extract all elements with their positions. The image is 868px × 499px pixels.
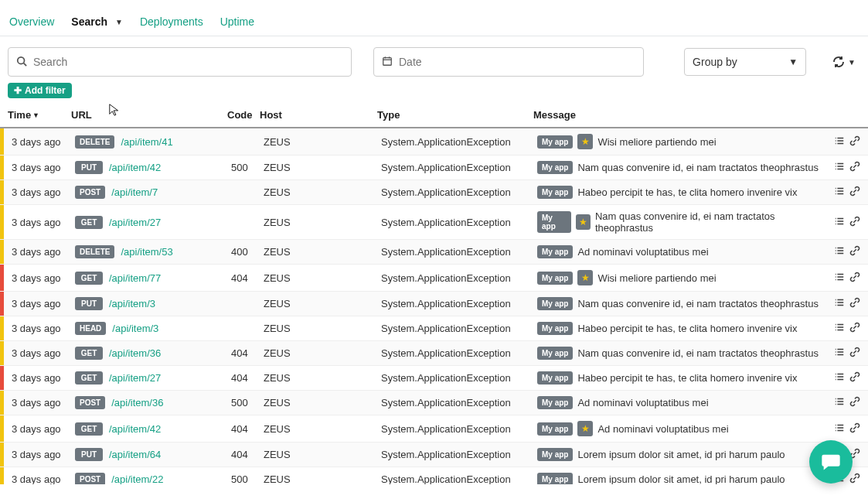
column-header-message[interactable]: Message	[533, 109, 820, 121]
app-tag[interactable]: My app	[537, 186, 573, 199]
row-actions	[822, 422, 868, 436]
url-path-link[interactable]: /api/item/7	[111, 186, 158, 198]
chat-launcher-button[interactable]	[809, 440, 853, 484]
link-icon[interactable]	[849, 161, 860, 174]
url-path-link[interactable]: /api/item/27	[109, 372, 161, 384]
details-icon[interactable]	[834, 371, 845, 385]
link-icon[interactable]	[849, 473, 860, 484]
star-icon[interactable]: ★	[576, 214, 591, 230]
details-icon[interactable]	[834, 396, 845, 409]
app-tag[interactable]: My app	[537, 245, 573, 258]
cell-url: GET/api/item/42	[75, 422, 230, 436]
link-icon[interactable]	[849, 322, 860, 335]
column-header-time[interactable]: Time ▼	[8, 109, 70, 121]
app-tag[interactable]: My app	[537, 473, 573, 484]
column-header-host[interactable]: Host	[260, 109, 376, 121]
cell-type: System.ApplicationException	[381, 423, 536, 435]
date-input[interactable]	[374, 48, 643, 76]
add-filter-button[interactable]: ✚ Add filter	[8, 83, 72, 98]
app-tag[interactable]: My app	[537, 161, 573, 174]
cell-url: PUT/api/item/64	[75, 448, 230, 461]
details-icon[interactable]	[834, 135, 845, 149]
sort-desc-icon: ▼	[32, 111, 39, 119]
details-icon[interactable]	[834, 422, 845, 436]
link-icon[interactable]	[849, 245, 860, 258]
row-actions	[822, 186, 868, 199]
date-field-wrap[interactable]	[373, 47, 644, 77]
column-header-url[interactable]: URL	[71, 109, 226, 121]
table-row[interactable]: 3 days agoPOST/api/item/7ZEUSSystem.Appl…	[0, 179, 868, 204]
table-row[interactable]: 3 days agoGET/api/item/42404ZEUSSystem.A…	[0, 415, 868, 442]
app-tag[interactable]: My app	[537, 135, 573, 149]
tab-deployments[interactable]: Deployments	[140, 15, 203, 28]
link-icon[interactable]	[849, 186, 860, 199]
app-tag[interactable]: My app	[537, 322, 573, 335]
table-row[interactable]: 3 days agoGET/api/item/77404ZEUSSystem.A…	[0, 264, 868, 291]
details-icon[interactable]	[834, 161, 845, 174]
tab-search[interactable]: Search ▼	[71, 15, 123, 28]
url-path-link[interactable]: /api/item/22	[111, 473, 163, 484]
star-icon[interactable]: ★	[577, 421, 593, 436]
search-field-wrap[interactable]	[8, 47, 352, 77]
url-path-link[interactable]: /api/item/53	[121, 246, 172, 258]
cell-url: HEAD/api/item/3	[75, 322, 230, 335]
table-row[interactable]: 3 days agoGET/api/item/36404ZEUSSystem.A…	[0, 340, 868, 365]
link-icon[interactable]	[849, 272, 860, 285]
link-icon[interactable]	[849, 371, 860, 385]
table-row[interactable]: 3 days agoPUT/api/item/42500ZEUSSystem.A…	[0, 155, 868, 179]
link-icon[interactable]	[849, 135, 860, 149]
app-tag[interactable]: My app	[537, 272, 573, 285]
link-icon[interactable]	[849, 297, 860, 310]
table-row[interactable]: 3 days agoHEAD/api/item/3ZEUSSystem.Appl…	[0, 316, 868, 340]
url-path-link[interactable]: /api/item/3	[112, 323, 158, 334]
column-header-type[interactable]: Type	[377, 109, 532, 121]
link-icon[interactable]	[849, 216, 860, 229]
refresh-button[interactable]: ▼	[828, 56, 860, 68]
details-icon[interactable]	[834, 322, 845, 335]
url-path-link[interactable]: /api/item/64	[109, 449, 161, 460]
app-tag[interactable]: My app	[537, 448, 573, 461]
table-row[interactable]: 3 days agoDELETE/api/item/41ZEUSSystem.A…	[0, 128, 868, 155]
star-icon[interactable]: ★	[577, 134, 593, 149]
url-path-link[interactable]: /api/item/42	[109, 423, 161, 435]
column-header-code[interactable]: Code	[227, 109, 258, 121]
app-tag[interactable]: My app	[537, 297, 573, 310]
details-icon[interactable]	[834, 297, 845, 310]
cell-type: System.ApplicationException	[381, 162, 536, 173]
details-icon[interactable]	[834, 245, 845, 258]
details-icon[interactable]	[834, 216, 845, 229]
table-row[interactable]: 3 days agoGET/api/item/27404ZEUSSystem.A…	[0, 365, 868, 390]
link-icon[interactable]	[849, 396, 860, 409]
url-path-link[interactable]: /api/item/42	[109, 162, 161, 173]
url-path-link[interactable]: /api/item/27	[109, 217, 161, 228]
app-tag[interactable]: My app	[537, 371, 573, 385]
table-row[interactable]: 3 days agoGET/api/item/27ZEUSSystem.Appl…	[0, 204, 868, 239]
url-path-link[interactable]: /api/item/77	[109, 272, 161, 284]
app-tag[interactable]: My app	[537, 211, 571, 233]
link-icon[interactable]	[849, 422, 860, 436]
table-row[interactable]: 3 days agoPUT/api/item/64404ZEUSSystem.A…	[0, 442, 868, 467]
details-icon[interactable]	[834, 186, 845, 199]
search-input[interactable]	[9, 48, 351, 76]
table-row[interactable]: 3 days agoDELETE/api/item/53400ZEUSSyste…	[0, 239, 868, 264]
table-row[interactable]: 3 days agoPOST/api/item/22500ZEUSSystem.…	[0, 467, 868, 484]
table-row[interactable]: 3 days agoPOST/api/item/36500ZEUSSystem.…	[0, 390, 868, 415]
cell-code: 500	[231, 397, 262, 408]
group-by-select[interactable]: Group by ▼	[684, 48, 806, 76]
details-icon[interactable]	[834, 347, 845, 360]
cell-type: System.ApplicationException	[381, 473, 536, 484]
app-tag[interactable]: My app	[537, 396, 573, 409]
row-actions	[822, 297, 868, 310]
url-path-link[interactable]: /api/item/41	[121, 136, 172, 148]
details-icon[interactable]	[834, 272, 845, 285]
url-path-link[interactable]: /api/item/3	[109, 298, 155, 309]
app-tag[interactable]: My app	[537, 347, 573, 360]
star-icon[interactable]: ★	[577, 270, 593, 285]
tab-uptime[interactable]: Uptime	[220, 15, 254, 28]
url-path-link[interactable]: /api/item/36	[109, 347, 161, 359]
link-icon[interactable]	[849, 347, 860, 360]
table-row[interactable]: 3 days agoPUT/api/item/3ZEUSSystem.Appli…	[0, 291, 868, 316]
url-path-link[interactable]: /api/item/36	[111, 397, 163, 408]
tab-overview[interactable]: Overview	[9, 15, 54, 28]
app-tag[interactable]: My app	[537, 422, 573, 436]
